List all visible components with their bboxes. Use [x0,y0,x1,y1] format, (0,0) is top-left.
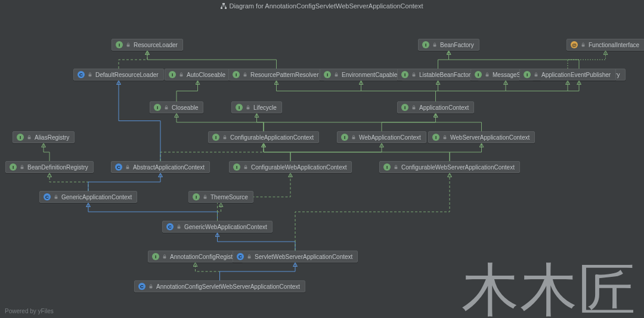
type-icon: C [166,223,174,230]
edge [196,263,220,280]
node-label: WebApplicationContext [359,134,421,141]
node-label: AnnotationConfigRegistry [170,254,237,260]
node-ThemeSource[interactable]: IThemeSource [188,191,253,203]
node-WebApplicationContext[interactable]: IWebApplicationContext [337,131,426,143]
edge [119,51,147,69]
node-AnnotationConfigRegistry[interactable]: IAnnotationConfigRegistry [148,251,243,263]
svg-rect-23 [244,167,247,169]
edge [295,173,450,251]
node-GenericWebApplicationContext[interactable]: CGenericWebApplicationContext [162,221,273,233]
edge [88,173,160,191]
svg-rect-4 [434,45,436,47]
edge [290,143,382,161]
diagram-icon [221,3,227,9]
node-label: Lifecycle [253,104,277,111]
node-EnvironmentCapable[interactable]: IEnvironmentCapable [320,69,402,81]
edge [436,113,482,131]
node-ResourceLoader[interactable]: IResourceLoader [112,39,183,51]
type-icon: I [233,71,240,78]
node-ResourcePatternResolver[interactable]: IResourcePatternResolver [228,69,324,81]
svg-rect-25 [55,197,58,199]
page-title-text: Diagram for AnnotationConfigServletWebSe… [229,2,423,10]
svg-rect-2 [225,7,227,9]
edge [568,51,606,69]
node-BeanFactory[interactable]: IBeanFactory [418,39,479,51]
node-label: ThemeSource [210,194,248,200]
node-Lifecycle[interactable]: ILifecycle [231,101,282,113]
svg-rect-5 [582,45,585,47]
node-label: ResourceLoader [134,42,178,48]
svg-rect-1 [221,7,222,9]
svg-rect-13 [535,75,538,77]
type-icon: I [236,104,243,111]
node-ListableBeanFactory[interactable]: IListableBeanFactory [397,69,479,81]
node-ApplicationEventPublisher[interactable]: IApplicationEventPublisher [519,69,616,81]
type-icon: I [401,71,408,78]
type-icon: I [212,134,219,141]
node-AnnotationConfigServletWebServerApplicationContext[interactable]: CAnnotationConfigServletWebServerApplica… [134,280,305,292]
type-icon: I [432,134,439,141]
edge [264,113,436,131]
node-FunctionalInterface[interactable]: @FunctionalInterface [566,39,644,51]
node-DefaultResourceLoader[interactable]: CDefaultResourceLoader [73,69,164,81]
node-label: WebServerApplicationContext [450,134,530,141]
type-icon: I [401,104,408,111]
svg-rect-28 [163,257,166,259]
svg-rect-18 [224,137,227,140]
node-label: ConfigurableWebServerApplicationContext [401,164,515,171]
node-AliasRegistry[interactable]: IAliasRegistry [13,131,75,143]
node-ApplicationContext[interactable]: IApplicationContext [397,101,474,113]
node-ConfigurableApplicationContext[interactable]: IConfigurableApplicationContext [208,131,319,143]
node-label: ConfigurableApplicationContext [230,134,314,141]
edge [220,263,296,280]
type-icon: I [17,134,24,141]
svg-rect-3 [127,45,130,47]
edge [449,51,580,69]
svg-rect-6 [89,75,92,77]
type-icon: I [10,163,17,171]
type-icon: C [138,283,145,290]
node-label: ApplicationEventPublisher [541,72,611,78]
node-label: AliasRegistry [35,134,69,141]
node-ConfigurableWebServerApplicationContext[interactable]: IConfigurableWebServerApplicationContext [379,161,520,173]
edge [88,203,218,221]
svg-rect-24 [395,167,398,169]
node-AutoCloseable[interactable]: IAutoCloseable [165,69,231,81]
svg-rect-27 [178,227,181,229]
edge [436,81,438,101]
node-WebServerApplicationContext[interactable]: IWebServerApplicationContext [428,131,535,143]
edge [436,81,568,101]
node-label: DefaultResourceLoader [95,72,159,78]
edge [264,143,450,161]
node-Closeable[interactable]: ICloseable [150,101,203,113]
type-icon: I [383,163,391,171]
edge [119,81,160,161]
node-AbstractApplicationContext[interactable]: CAbstractApplicationContext [111,161,210,173]
svg-rect-22 [126,167,129,169]
type-icon: I [475,71,482,78]
edge [264,143,290,161]
svg-rect-9 [335,75,338,77]
edge [218,203,221,221]
type-icon: I [116,41,123,48]
node-GenericApplicationContext[interactable]: CGenericApplicationContext [39,191,137,203]
node-label: ConfigurableWebApplicationContext [251,164,346,171]
svg-rect-8 [244,75,247,77]
node-label: GenericApplicationContext [61,194,132,200]
node-ConfigurableWebApplicationContext[interactable]: IConfigurableWebApplicationContext [229,161,352,173]
svg-rect-11 [486,75,489,77]
svg-rect-16 [413,107,416,110]
node-label: AutoCloseable [187,72,225,78]
svg-rect-17 [28,137,31,140]
edge [177,81,198,101]
page-title: Diagram for AnnotationConfigServletWebSe… [0,2,644,10]
node-label: ServletWebServerApplicationContext [255,254,352,260]
type-icon: I [169,71,176,78]
type-icon: I [324,71,331,78]
svg-rect-14 [165,107,168,110]
edge [438,51,449,69]
edge [44,143,49,161]
node-BeanDefinitionRegistry[interactable]: IBeanDefinitionRegistry [5,161,94,173]
edge [361,81,436,101]
node-ServletWebServerApplicationContext[interactable]: CServletWebServerApplicationContext [233,251,358,263]
